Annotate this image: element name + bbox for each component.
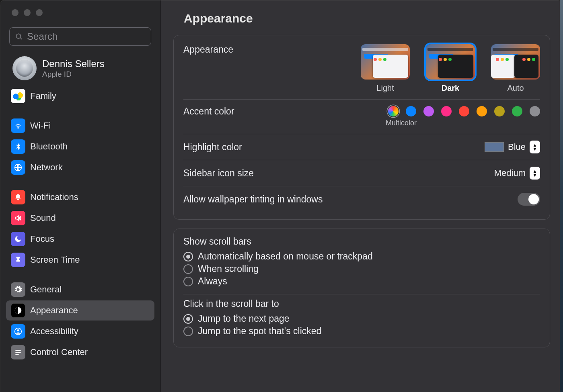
sidebar-item-label: Control Center [30,347,88,357]
accent-color-8[interactable] [530,106,540,116]
appearance-label: Appearance [183,44,233,55]
sidebar-item-label: Family [30,91,56,101]
bluetooth-icon [11,139,25,154]
tinting-label: Allow wallpaper tinting in windows [183,194,323,205]
click-scroll-option-1[interactable]: Jump to the spot that's clicked [183,326,540,337]
show-scroll-option-2[interactable]: Always [183,276,540,287]
appearance-thumbs: LightDarkAuto [361,44,540,93]
radio-icon [183,314,193,324]
show-scroll-options: Automatically based on mouse or trackpad… [183,250,540,290]
scroll-card: Show scroll bars Automatically based on … [173,229,550,347]
search-field[interactable] [9,27,151,46]
show-scroll-option-1[interactable]: When scrolling [183,263,540,274]
person-icon [11,324,25,339]
bell-icon [11,190,25,204]
svg-rect-5 [15,352,21,353]
click-scroll-label: Click in the scroll bar to [183,298,540,309]
sidebar-item-screentime[interactable]: Screen Time [6,250,154,270]
appearance-mode-label: Light [376,84,394,93]
chevron-up-down-icon: ▲▼ [530,141,540,153]
wifi-icon [11,118,25,133]
sidebar-item-family[interactable]: Family [6,86,154,106]
sidebar-item-sound[interactable]: Sound [6,208,154,228]
accent-color-7[interactable] [512,106,522,116]
appearance-mode-label: Dark [442,84,459,93]
accent-color-3[interactable] [441,106,452,116]
radio-label: Automatically based on mouse or trackpad [198,251,373,262]
accent-color-4[interactable] [459,106,469,116]
sidebar-icon-size-value: Medium [494,168,526,178]
close-icon[interactable] [12,9,18,16]
main-panel: Appearance Appearance LightDarkAuto Acce… [160,0,563,392]
user-subtitle: Apple ID [42,70,105,79]
highlight-value: Blue [508,142,526,152]
appearance-card: Appearance LightDarkAuto Accent color Mu… [173,35,550,220]
accent-color-5[interactable] [477,106,487,116]
sidebar-icon-size-label: Sidebar icon size [183,168,254,179]
sidebar-item-controlcenter[interactable]: Control Center [6,342,154,362]
globe-icon [11,160,25,175]
accent-color-1[interactable] [406,106,416,116]
sidebar-item-notifications[interactable]: Notifications [6,187,154,207]
appearance-mode-auto[interactable]: Auto [491,44,540,93]
hourglass-icon [11,253,25,267]
radio-icon [183,327,193,336]
appearance-mode-label: Auto [507,84,524,93]
radio-label: Always [198,276,227,287]
sidebar-item-label: Appearance [30,305,78,316]
accent-color-6[interactable] [494,106,505,116]
sidebar-item-accessibility[interactable]: Accessibility [6,321,154,341]
sidebar: Dennis Sellers Apple ID FamilyWi-FiBluet… [0,0,160,392]
radio-label: Jump to the spot that's clicked [198,326,321,337]
click-scroll-options: Jump to the next pageJump to the spot th… [183,312,540,340]
click-scroll-option-0[interactable]: Jump to the next page [183,313,540,324]
sidebar-item-focus[interactable]: Focus [6,229,154,249]
highlight-label: Highlight color [183,142,242,153]
sidebar-item-wifi[interactable]: Wi-Fi [6,116,154,136]
sidebar-item-bluetooth[interactable]: Bluetooth [6,137,154,157]
sidebar-item-network[interactable]: Network [6,157,154,178]
tinting-toggle[interactable] [518,193,540,206]
settings-window: Dennis Sellers Apple ID FamilyWi-FiBluet… [0,0,563,392]
highlight-select[interactable]: Blue ▲▼ [485,141,540,153]
svg-rect-4 [15,350,21,351]
sidebar-item-general[interactable]: General [6,280,154,300]
sidebar-item-label: Accessibility [30,326,78,337]
sidebar-item-label: Focus [30,234,54,244]
appearance-mode-light[interactable]: Light [361,44,410,93]
window-controls [0,0,160,27]
radio-label: Jump to the next page [198,313,290,324]
accent-color-multicolor[interactable] [388,106,399,116]
sidebar-nav: FamilyWi-FiBluetoothNetworkNotifications… [0,86,160,363]
sidebar-item-label: Bluetooth [30,141,68,152]
radio-icon [183,252,193,261]
search-input[interactable] [27,31,145,42]
sidebar-icon-size-select[interactable]: Medium ▲▼ [494,167,540,180]
svg-point-3 [17,329,19,331]
sliders-icon [11,345,25,359]
accent-selected-name: Multicolor [386,119,417,127]
show-scroll-label: Show scroll bars [183,236,540,247]
sidebar-item-label: General [30,284,62,295]
sidebar-item-label: Network [30,162,63,173]
page-title: Appearance [160,0,563,35]
moon-icon [11,232,25,246]
gear-icon [11,282,25,297]
zoom-icon[interactable] [36,9,43,16]
svg-rect-6 [15,354,18,355]
radio-label: When scrolling [198,263,259,274]
minimize-icon[interactable] [24,9,31,16]
sidebar-item-appearance[interactable]: Appearance [6,300,154,321]
appearance-mode-dark[interactable]: Dark [426,44,475,93]
show-scroll-option-0[interactable]: Automatically based on mouse or trackpad [183,251,540,262]
accent-color-row [388,106,540,116]
accent-color-2[interactable] [423,106,434,116]
avatar [12,56,37,80]
contrast-icon [11,303,25,318]
speaker-icon [11,211,25,225]
apple-id-row[interactable]: Dennis Sellers Apple ID [0,53,160,86]
accent-label: Accent color [183,106,234,117]
sidebar-item-label: Screen Time [30,255,80,265]
sidebar-item-label: Wi-Fi [30,120,51,131]
radio-icon [183,277,193,286]
